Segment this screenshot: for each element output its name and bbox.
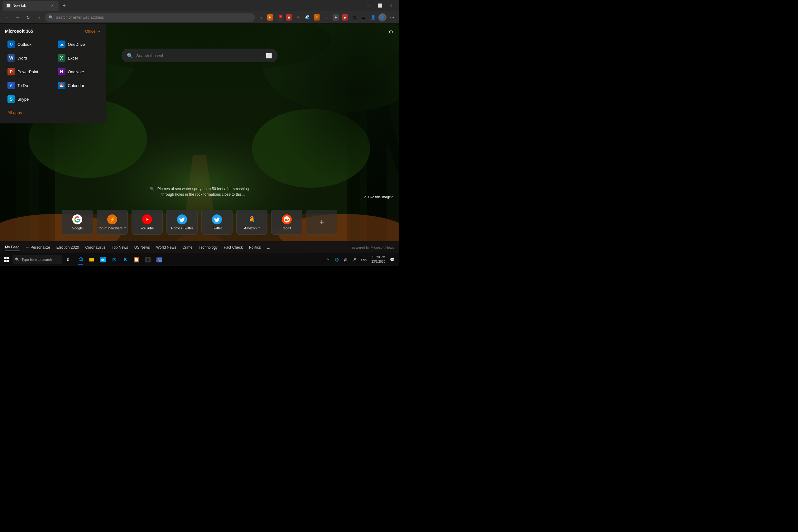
- app-todo[interactable]: ✓ To Do: [5, 80, 51, 91]
- minimize-button[interactable]: ─: [363, 1, 374, 10]
- app-outlook[interactable]: O Outlook: [5, 39, 51, 50]
- youtube-icon: [142, 214, 152, 224]
- ext2-icon[interactable]: 👁 2: [276, 13, 284, 21]
- news-tab-politics[interactable]: Politics: [249, 244, 261, 251]
- systray-mic[interactable]: 🎤: [350, 255, 358, 264]
- onenote-icon: N: [58, 68, 65, 75]
- maximize-button[interactable]: ⬜: [374, 1, 385, 10]
- quicklink-reddit[interactable]: reddit: [271, 210, 302, 235]
- notification-button[interactable]: 💬: [388, 254, 397, 265]
- more-button[interactable]: ⋯: [388, 13, 397, 22]
- profile-button[interactable]: 👤: [378, 13, 386, 21]
- clock-time: 10:28 PM: [372, 255, 385, 260]
- like-image-button[interactable]: ↗ Like this image?: [363, 195, 393, 199]
- systray: ^ 🌐 🔊 🎤 FRA 10:28 PM 23/5/2020 💬: [323, 254, 398, 265]
- home-button[interactable]: ⌂: [34, 13, 43, 22]
- quicklink-youtube[interactable]: YouTube: [132, 210, 163, 235]
- ext6-icon[interactable]: O: [313, 13, 321, 21]
- ext5-icon[interactable]: 🌊: [304, 13, 312, 21]
- news-tab-world-news[interactable]: World News: [156, 244, 176, 251]
- clock-date: 23/5/2020: [372, 260, 385, 264]
- todo-label: To Do: [17, 83, 28, 88]
- quicklink-google[interactable]: Google: [62, 210, 93, 235]
- ext8-icon[interactable]: ⊕: [332, 13, 340, 21]
- outlook-label: Outlook: [17, 42, 32, 47]
- like-image-icon: ↗: [363, 195, 366, 199]
- address-bar[interactable]: 🔍 Search or enter web address: [45, 13, 255, 22]
- ext3-icon[interactable]: ▣: [285, 13, 293, 21]
- ext4-icon[interactable]: ✏: [294, 13, 302, 21]
- add-quick-link-button[interactable]: +: [306, 210, 337, 235]
- reddit-icon: [282, 214, 292, 224]
- forward-button[interactable]: →: [13, 13, 22, 22]
- taskbar-mail[interactable]: ✉: [109, 254, 120, 265]
- quicklink-twitter[interactable]: Twitter: [202, 210, 232, 235]
- taskbar-edge[interactable]: [75, 254, 86, 265]
- taskbar-app7[interactable]: ⚙: [142, 254, 153, 265]
- ext9-icon[interactable]: ▶: [341, 13, 349, 21]
- news-more-button[interactable]: ...: [267, 245, 270, 250]
- office-link[interactable]: Office →: [85, 29, 101, 34]
- center-search-submit[interactable]: ⬜: [266, 53, 272, 59]
- image-info: 🔍 Plumes of sea water spray up to 50 fee…: [150, 186, 249, 197]
- start-button[interactable]: [1, 254, 13, 265]
- twitter-label: Twitter: [212, 226, 222, 230]
- back-button[interactable]: ←: [2, 13, 11, 22]
- news-tab-my-feed[interactable]: My Feed: [5, 244, 20, 251]
- taskbar-search[interactable]: 🔍 Type here to search: [13, 255, 62, 264]
- news-tab-personalize[interactable]: ✏ Personalize: [26, 244, 50, 251]
- favorites-bar-icon[interactable]: ☰: [360, 13, 368, 21]
- m365-title: Microsoft 365: [5, 29, 33, 34]
- amazon-icon: [247, 214, 257, 224]
- app-onedrive[interactable]: ☁ OneDrive: [56, 39, 101, 50]
- systray-lang[interactable]: FRA: [359, 255, 369, 264]
- taskbar: 🔍 Type here to search ⧉ 🛍 ✉ S 📄: [0, 253, 399, 266]
- app-calendar[interactable]: 📅 Calendar: [56, 80, 101, 91]
- collections-icon[interactable]: ⧉: [350, 13, 359, 21]
- refresh-button[interactable]: ↻: [24, 13, 33, 22]
- quicklink-amazon[interactable]: Amazon.fr: [236, 210, 267, 235]
- powerpoint-icon: P: [7, 68, 15, 75]
- news-tab-us-news[interactable]: US News: [134, 244, 150, 251]
- app-powerpoint[interactable]: P PowerPoint: [5, 66, 51, 77]
- all-apps-link[interactable]: All apps →: [5, 109, 101, 117]
- news-tab-crime[interactable]: Crime: [182, 244, 192, 251]
- app-word[interactable]: W Word: [5, 52, 51, 63]
- taskbar-app8[interactable]: 🔧: [153, 254, 165, 265]
- new-tab-button[interactable]: +: [60, 1, 69, 10]
- task-view-button[interactable]: ⧉: [62, 254, 74, 265]
- quicklink-hardware[interactable]: ⚡ forum.hardware.fr: [97, 210, 128, 235]
- news-tab-top-news[interactable]: Top News: [112, 244, 128, 251]
- app-onenote[interactable]: N OneNote: [56, 66, 101, 77]
- center-search-bar[interactable]: 🔍 ⬜: [121, 49, 278, 62]
- todo-icon: ✓: [7, 82, 15, 89]
- clock[interactable]: 10:28 PM 23/5/2020: [370, 255, 387, 264]
- news-tab-coronavirus[interactable]: Coronavirus: [85, 244, 106, 251]
- ext7-icon[interactable]: 🛡: [322, 13, 330, 21]
- news-tab-technology[interactable]: Technology: [198, 244, 217, 251]
- favorites-icon[interactable]: ☆: [257, 13, 265, 21]
- ext1-icon[interactable]: M: [266, 13, 274, 21]
- app-excel[interactable]: X Excel: [56, 52, 101, 63]
- account-icon[interactable]: 👤: [369, 13, 377, 21]
- news-tab-election[interactable]: Election 2020: [56, 244, 79, 251]
- close-button[interactable]: ✕: [385, 1, 397, 10]
- systray-network[interactable]: 🌐: [333, 255, 340, 264]
- center-search-input[interactable]: [136, 53, 263, 58]
- active-tab[interactable]: ⬜ New tab ✕: [2, 1, 59, 11]
- app-skype[interactable]: S Skype: [5, 94, 51, 105]
- systray-chevron[interactable]: ^: [324, 255, 332, 264]
- settings-button[interactable]: ⚙: [386, 27, 396, 37]
- taskbar-skype[interactable]: S: [120, 254, 131, 265]
- taskbar-explorer[interactable]: [86, 254, 97, 265]
- google-icon: [72, 214, 82, 224]
- quicklink-hometwitter[interactable]: Home / Twitter: [167, 210, 197, 235]
- news-tab-fact-check[interactable]: Fact Check: [224, 244, 243, 251]
- tab-close-button[interactable]: ✕: [50, 3, 55, 8]
- taskbar-files[interactable]: 📄: [131, 254, 142, 265]
- skype-label: Skype: [17, 97, 29, 101]
- onedrive-icon: ☁: [58, 40, 65, 48]
- calendar-label: Calendar: [68, 83, 84, 88]
- taskbar-store[interactable]: 🛍: [97, 254, 109, 265]
- systray-volume[interactable]: 🔊: [342, 255, 349, 264]
